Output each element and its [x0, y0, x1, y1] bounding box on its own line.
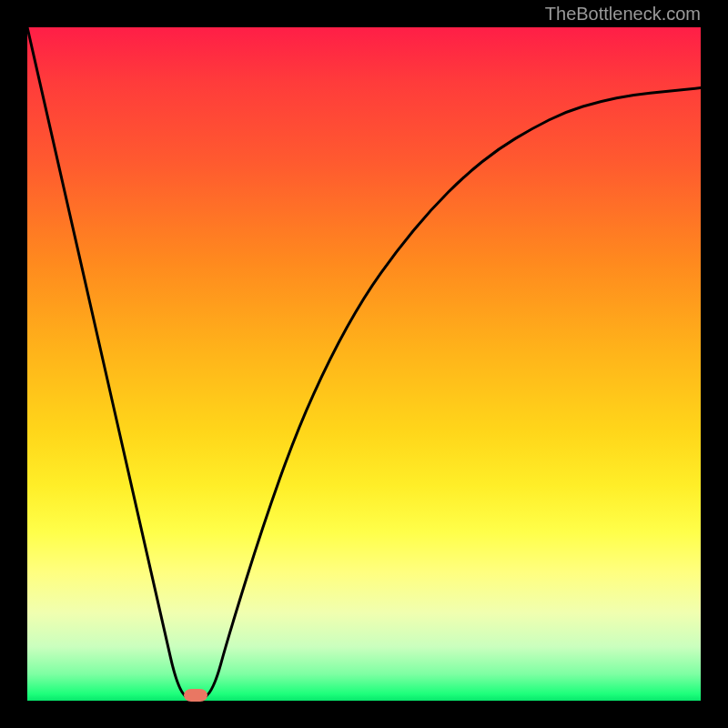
- watermark-text: TheBottleneck.com: [545, 4, 701, 25]
- plot-area: [27, 27, 701, 701]
- curve-svg: [27, 27, 701, 701]
- chart-frame: TheBottleneck.com: [0, 0, 728, 728]
- bottleneck-curve: [27, 27, 701, 699]
- optimal-point-marker: [184, 689, 207, 702]
